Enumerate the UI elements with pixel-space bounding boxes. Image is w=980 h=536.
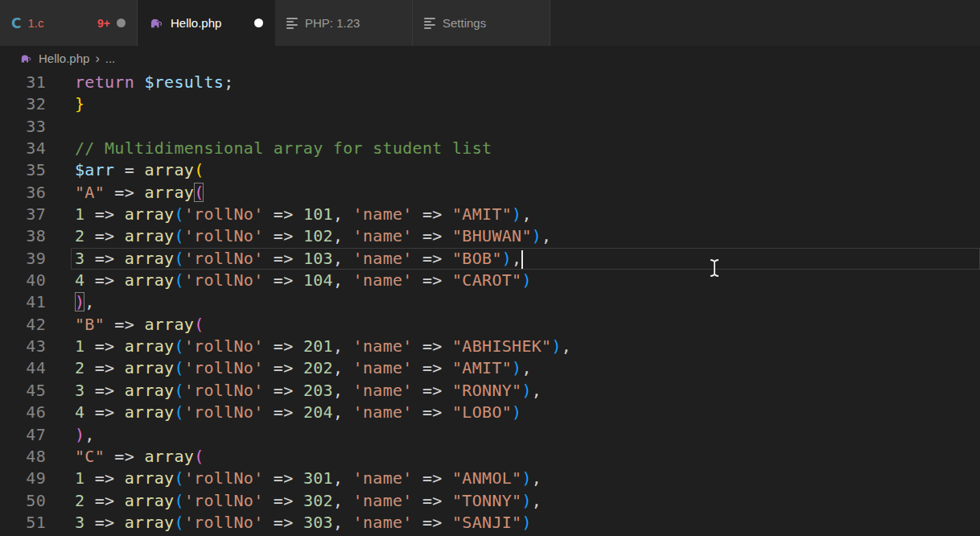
code-token: ( [174, 402, 183, 422]
code-line[interactable]: 491 => array('rollNo' => 301, 'name' => … [0, 468, 980, 489]
code-text: 3 => array('rollNo' => 203, 'name' => "R… [75, 380, 541, 402]
code-token: "CAROT" [452, 270, 521, 290]
code-token: 'name' [353, 204, 413, 224]
line-number: 41 [0, 291, 46, 313]
code-token: "ANMOL" [452, 468, 521, 488]
code-token: 4 [75, 402, 84, 422]
code-token: "ABHISHEK" [452, 336, 551, 356]
code-line[interactable]: 371 => array('rollNo' => 101, 'name' => … [0, 204, 980, 225]
code-token: 'rollNo' [184, 270, 264, 290]
code-token: => [413, 270, 452, 290]
line-number: 45 [0, 380, 46, 402]
code-token: ) [512, 204, 521, 224]
code-line[interactable]: 464 => array('rollNo' => 204, 'name' => … [0, 402, 980, 423]
problems-badge: 9+ [97, 17, 110, 30]
code-line[interactable]: 42"B" => array( [0, 314, 980, 336]
code-token: "RONNY" [452, 381, 521, 400]
code-line[interactable]: 404 => array('rollNo' => 104, 'name' => … [0, 270, 980, 291]
code-editor[interactable]: 31return $results;32}3334// Multidimensi… [0, 71, 980, 534]
code-line[interactable]: 31return $results; [0, 72, 980, 93]
modified-dot[interactable] [117, 19, 126, 27]
code-text: // Multidimensional array for student li… [75, 138, 492, 159]
code-line[interactable]: 382 => array('rollNo' => 102, 'name' => … [0, 225, 980, 247]
code-token: 'name' [353, 491, 413, 510]
code-token: , [532, 468, 541, 488]
code-token: $arr [75, 160, 114, 179]
breadcrumb-item-symbol[interactable]: ... [105, 52, 116, 65]
vscode-editor-window: { "tabs": [ { "label": "1.c", "icon": "c… [0, 0, 980, 536]
code-token [134, 72, 144, 92]
code-token: => [105, 315, 144, 334]
tab-settings[interactable]: Settings [413, 0, 550, 46]
code-line[interactable]: 442 => array('rollNo' => 202, 'name' => … [0, 357, 980, 379]
code-line[interactable]: 47), [0, 424, 980, 446]
line-number: 36 [0, 182, 46, 204]
breadcrumb-item-file[interactable]: Hello.php [39, 52, 89, 65]
code-line[interactable]: 453 => array('rollNo' => 203, 'name' => … [0, 380, 980, 402]
code-token: ) [75, 425, 84, 444]
code-line[interactable]: 41), [0, 291, 980, 313]
code-token: 102 [303, 226, 333, 245]
tab-php-output[interactable]: PHP: 1.23 [275, 0, 413, 46]
code-line[interactable]: 36"A" => array( [0, 182, 980, 204]
code-token: => [264, 336, 303, 356]
code-line[interactable]: 32} [0, 93, 980, 115]
code-token: , [521, 358, 531, 377]
code-token: "C" [75, 447, 105, 466]
code-line[interactable]: 35$arr = array( [0, 159, 980, 181]
line-number: 33 [0, 116, 46, 138]
code-text: ), [75, 424, 95, 446]
code-token: 2 [75, 226, 84, 245]
code-token: => [84, 513, 124, 532]
code-token: => [413, 204, 452, 224]
line-number: 47 [0, 424, 46, 446]
code-token: , [333, 491, 353, 510]
code-token: 'name' [353, 358, 413, 377]
code-token: ( [174, 270, 183, 290]
code-token: => [413, 249, 452, 268]
code-token: 104 [303, 270, 333, 290]
code-token: 'name' [353, 249, 413, 268]
code-token: ) [502, 249, 512, 268]
output-list-icon [424, 18, 436, 29]
code-text: $arr = array( [75, 159, 204, 181]
code-token: array [125, 468, 175, 488]
code-token: 3 [75, 513, 84, 532]
line-number: 39 [0, 248, 46, 270]
tab-hello-php[interactable]: Hello.php [138, 0, 275, 46]
code-token: 301 [303, 468, 333, 488]
code-line[interactable]: 502 => array('rollNo' => 302, 'name' => … [0, 490, 980, 512]
code-token: ( [194, 315, 204, 334]
code-line[interactable]: 34// Multidimensional array for student … [0, 138, 980, 159]
code-line[interactable]: 393 => array('rollNo' => 103, 'name' => … [0, 248, 980, 270]
code-token: 202 [303, 358, 333, 377]
code-token: 'rollNo' [184, 358, 264, 377]
code-text: 1 => array('rollNo' => 101, 'name' => "A… [75, 204, 532, 225]
code-token: 'name' [353, 336, 413, 356]
code-token: ; [224, 72, 233, 92]
code-token: "LOBO" [452, 402, 512, 422]
code-token: => [84, 358, 124, 377]
code-line[interactable]: 431 => array('rollNo' => 201, 'name' => … [0, 336, 980, 357]
text-cursor [521, 250, 523, 269]
code-token: ) [512, 358, 521, 377]
code-token: => [84, 336, 124, 356]
code-token: , [333, 358, 353, 377]
code-line[interactable]: 513 => array('rollNo' => 303, 'name' => … [0, 512, 980, 534]
modified-dot[interactable] [254, 19, 263, 27]
code-token: array [144, 183, 194, 202]
code-token: => [264, 270, 303, 290]
code-token: => [84, 204, 124, 224]
code-token: 'name' [353, 381, 413, 400]
code-token: => [413, 358, 452, 377]
code-line[interactable]: 33 [0, 116, 980, 138]
code-token: array [125, 513, 175, 532]
code-token: ( [174, 336, 183, 356]
code-token: , [84, 292, 94, 311]
code-token: array [125, 402, 175, 422]
code-token: => [413, 336, 452, 356]
code-token: 1 [75, 468, 84, 488]
line-number: 32 [0, 93, 46, 115]
code-line[interactable]: 48"C" => array( [0, 446, 980, 468]
tab-1c[interactable]: C 1.c 9+ [0, 0, 138, 46]
